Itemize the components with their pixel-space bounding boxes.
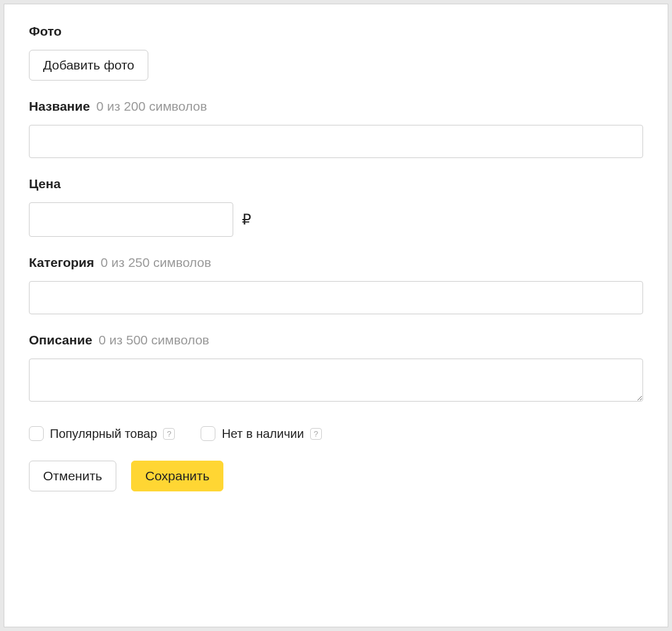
question-icon[interactable]: ? xyxy=(163,428,175,440)
popular-label: Популярный товар xyxy=(50,427,157,441)
out-of-stock-label: Нет в наличии xyxy=(222,427,304,441)
out-of-stock-option: Нет в наличии ? xyxy=(201,426,322,441)
popular-checkbox[interactable] xyxy=(29,426,44,441)
price-label: Цена xyxy=(29,177,61,191)
product-form: Фото Добавить фото Название 0 из 200 сим… xyxy=(4,4,668,627)
description-label: Описание xyxy=(29,333,92,347)
out-of-stock-checkbox[interactable] xyxy=(201,426,215,441)
description-counter: 0 из 500 символов xyxy=(98,333,209,347)
save-button[interactable]: Сохранить xyxy=(131,461,223,491)
category-input[interactable] xyxy=(29,281,643,314)
photo-section: Фото Добавить фото xyxy=(29,24,643,81)
name-section: Название 0 из 200 символов xyxy=(29,99,643,158)
price-section: Цена ₽ xyxy=(29,177,643,237)
form-actions: Отменить Сохранить xyxy=(29,461,643,491)
category-label: Категория xyxy=(29,255,94,269)
name-counter: 0 из 200 символов xyxy=(97,99,207,113)
category-counter: 0 из 250 символов xyxy=(100,255,211,269)
add-photo-button[interactable]: Добавить фото xyxy=(29,50,148,81)
description-section: Описание 0 из 500 символов xyxy=(29,333,643,404)
name-label: Название xyxy=(29,99,90,113)
ruble-icon: ₽ xyxy=(242,211,251,228)
price-input[interactable] xyxy=(29,202,233,237)
photo-label: Фото xyxy=(29,24,62,38)
description-textarea[interactable] xyxy=(29,359,643,402)
popular-option: Популярный товар ? xyxy=(29,426,175,441)
options-row: Популярный товар ? Нет в наличии ? xyxy=(29,423,643,441)
category-section: Категория 0 из 250 символов xyxy=(29,255,643,314)
name-input[interactable] xyxy=(29,125,643,158)
cancel-button[interactable]: Отменить xyxy=(29,461,116,491)
question-icon[interactable]: ? xyxy=(310,428,322,440)
